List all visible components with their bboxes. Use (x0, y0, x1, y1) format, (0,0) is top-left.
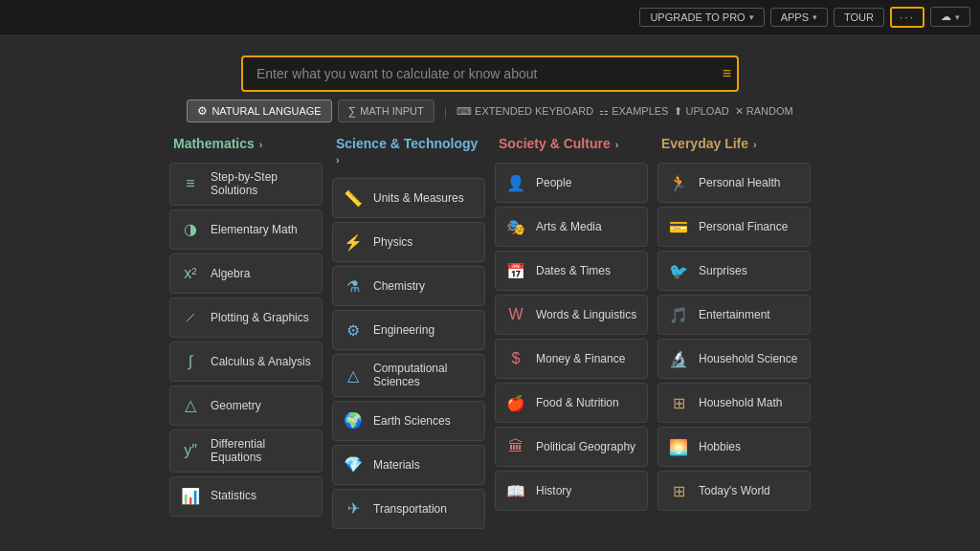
apps-chevron-icon: ▾ (813, 12, 817, 22)
step-by-step-solutions-icon: ≡ (178, 171, 203, 196)
grid-item-materials[interactable]: 💎Materials (332, 445, 485, 485)
category-chevron-everyday: › (750, 139, 757, 150)
grid-item-money-finance[interactable]: $Money & Finance (495, 339, 648, 379)
grid-item-household-math[interactable]: ⊞Household Math (657, 383, 811, 423)
search-input[interactable] (241, 55, 739, 92)
grid-item-units-measures[interactable]: 📏Units & Measures (332, 178, 485, 218)
grid-item-calculus-analysis[interactable]: ∫Calculus & Analysis (169, 342, 323, 382)
grid-item-plotting-graphics[interactable]: ⟋Plotting & Graphics (169, 298, 323, 338)
math-input-mode-button[interactable]: ∑ MATH INPUT (338, 99, 434, 122)
grid-item-people[interactable]: 👤People (495, 163, 648, 203)
random-link[interactable]: ✕ RANDOM (735, 105, 793, 118)
category-label-everyday: Everyday Life (661, 136, 748, 151)
grid-item-political-geography[interactable]: 🏛Political Geography (495, 427, 648, 467)
grid-item-computational-sciences[interactable]: △Computational Sciences (332, 354, 485, 397)
entertainment-label: Entertainment (699, 308, 770, 321)
grid-item-household-science[interactable]: 🔬Household Science (657, 339, 811, 379)
extended-keyboard-link[interactable]: ⌨ EXTENDED KEYBOARD (457, 105, 593, 118)
natural-language-icon: ⚙ (197, 104, 208, 118)
category-chevron-science: › (336, 154, 340, 165)
grid-item-chemistry[interactable]: ⚗Chemistry (332, 266, 485, 306)
search-submit-button[interactable]: ≡ (723, 65, 731, 82)
people-icon: 👤 (503, 170, 528, 195)
tour-button[interactable]: TOUR (834, 8, 884, 27)
grid-item-elementary-math[interactable]: ◑Elementary Math (169, 209, 323, 250)
people-label: People (536, 176, 571, 189)
geometry-icon: △ (178, 393, 203, 418)
grid-item-entertainment[interactable]: 🎵Entertainment (657, 295, 811, 335)
grid-item-statistics[interactable]: 📊Statistics (169, 476, 323, 517)
mode-separator: | (444, 104, 447, 119)
grid-item-algebra[interactable]: x²Algebra (169, 253, 323, 294)
hobbies-label: Hobbies (699, 440, 741, 453)
grid-item-earth-sciences[interactable]: 🌍Earth Sciences (332, 401, 485, 441)
household-science-label: Household Science (699, 352, 797, 365)
personal-health-label: Personal Health (699, 176, 780, 189)
math-input-icon: ∑ (348, 104, 357, 118)
algebra-label: Algebra (211, 267, 250, 280)
grid-item-step-by-step-solutions[interactable]: ≡Step-by-Step Solutions (169, 163, 323, 206)
geometry-label: Geometry (211, 399, 261, 412)
words-linguistics-label: Words & Linguistics (536, 308, 636, 321)
category-header-mathematics[interactable]: Mathematics › (169, 136, 323, 155)
grid-item-food-nutrition[interactable]: 🍎Food & Nutrition (495, 383, 648, 423)
category-header-society[interactable]: Society & Culture › (495, 136, 648, 155)
natural-language-mode-button[interactable]: ⚙ NATURAL LANGUAGE (187, 99, 331, 122)
words-linguistics-icon: W (503, 302, 528, 327)
household-math-icon: ⊞ (666, 390, 691, 415)
political-geography-icon: 🏛 (503, 434, 528, 459)
transportation-icon: ✈ (341, 496, 366, 521)
grid-item-history[interactable]: 📖History (495, 471, 648, 511)
computational-sciences-icon: △ (341, 363, 366, 387)
category-header-science[interactable]: Science & Technology › (332, 136, 485, 170)
grid-item-personal-finance[interactable]: 💳Personal Finance (657, 207, 811, 247)
search-modes: ⚙ NATURAL LANGUAGE ∑ MATH INPUT | ⌨ EXTE… (187, 99, 792, 122)
upgrade-pro-button[interactable]: UPGRADE TO PRO ▾ (639, 8, 764, 27)
earth-sciences-icon: 🌍 (341, 408, 366, 433)
cloud-chevron-icon: ▾ (955, 12, 960, 22)
money-finance-label: Money & Finance (536, 352, 625, 365)
history-icon: 📖 (503, 478, 528, 503)
upload-icon: ⬆ (674, 105, 682, 118)
units-measures-label: Units & Measures (373, 191, 464, 205)
hobbies-icon: 🌅 (666, 434, 691, 459)
grid-item-today-s-world[interactable]: ⊞Today's World (657, 471, 811, 511)
dates-times-icon: 📅 (503, 258, 528, 283)
personal-finance-icon: 💳 (666, 214, 691, 239)
engineering-label: Engineering (373, 323, 434, 337)
apps-button[interactable]: APPS ▾ (770, 8, 828, 27)
search-area: ≡ ⚙ NATURAL LANGUAGE ∑ MATH INPUT | ⌨ EX… (0, 34, 980, 136)
earth-sciences-label: Earth Sciences (373, 414, 451, 428)
arts-media-icon: 🎭 (503, 214, 528, 239)
today-s-world-label: Today's World (699, 484, 770, 497)
upload-link[interactable]: ⬆ UPLOAD (674, 105, 728, 118)
category-label-science: Science & Technology (336, 136, 478, 151)
grid-item-arts-media[interactable]: 🎭Arts & Media (495, 207, 648, 247)
grid-item-differential-equations[interactable]: y″Differential Equations (169, 430, 323, 473)
calculus-analysis-icon: ∫ (178, 349, 203, 374)
grid-item-hobbies[interactable]: 🌅Hobbies (657, 427, 811, 467)
plotting-graphics-label: Plotting & Graphics (211, 311, 309, 324)
grid-item-transportation[interactable]: ✈Transportation (332, 489, 485, 529)
personal-health-icon: 🏃 (666, 170, 691, 195)
political-geography-label: Political Geography (536, 440, 635, 453)
personal-finance-label: Personal Finance (699, 220, 788, 233)
grid-item-engineering[interactable]: ⚙Engineering (332, 310, 485, 350)
grid-item-personal-health[interactable]: 🏃Personal Health (657, 163, 811, 203)
statistics-icon: 📊 (178, 484, 203, 509)
category-chevron-mathematics: › (256, 139, 263, 150)
grid-item-dates-times[interactable]: 📅Dates & Times (495, 251, 648, 291)
category-header-everyday[interactable]: Everyday Life › (657, 136, 811, 155)
grid-item-physics[interactable]: ⚡Physics (332, 222, 485, 262)
grid-item-geometry[interactable]: △Geometry (169, 386, 323, 426)
household-science-icon: 🔬 (666, 346, 691, 371)
examples-icon: ⚏ (599, 105, 609, 118)
dots-button[interactable]: ··· (890, 7, 924, 28)
food-nutrition-icon: 🍎 (503, 390, 528, 415)
search-box-wrap: ≡ (241, 55, 739, 92)
grid-item-words-linguistics[interactable]: WWords & Linguistics (495, 295, 648, 335)
examples-link[interactable]: ⚏ EXAMPLES (599, 105, 668, 118)
cloud-button[interactable]: ☁ ▾ (930, 7, 970, 27)
grid-item-surprises[interactable]: 🐦Surprises (657, 251, 811, 291)
transportation-label: Transportation (373, 502, 447, 516)
